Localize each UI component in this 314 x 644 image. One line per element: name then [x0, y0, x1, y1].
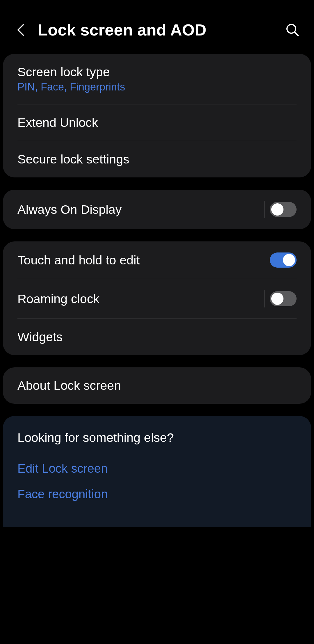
about-lock-screen-item[interactable]: About Lock screen — [3, 367, 311, 404]
secure-lock-settings-item[interactable]: Secure lock settings — [3, 141, 311, 177]
widgets-title: Widgets — [17, 330, 63, 344]
roaming-clock-item[interactable]: Roaming clock — [3, 279, 311, 319]
looking-for-title: Looking for something else? — [17, 430, 297, 445]
lock-screen-options-section: Touch and hold to edit Roaming clock Wid… — [3, 241, 311, 355]
extend-unlock-title: Extend Unlock — [17, 115, 98, 130]
about-lock-screen-title: About Lock screen — [17, 378, 121, 393]
screen-lock-type-subtitle: PIN, Face, Fingerprints — [17, 81, 125, 93]
page-title: Lock screen and AOD — [38, 20, 274, 39]
always-on-display-title: Always On Display — [17, 202, 122, 217]
face-recognition-link[interactable]: Face recognition — [17, 487, 297, 501]
extend-unlock-item[interactable]: Extend Unlock — [3, 104, 311, 141]
screen-lock-type-title: Screen lock type — [17, 65, 125, 79]
toggle-divider — [264, 201, 265, 218]
back-icon[interactable] — [15, 24, 26, 36]
about-section: About Lock screen — [3, 367, 311, 404]
toggle-divider — [264, 290, 265, 307]
touch-and-hold-toggle[interactable] — [270, 252, 297, 268]
secure-lock-settings-title: Secure lock settings — [17, 152, 129, 166]
edit-lock-screen-link[interactable]: Edit Lock screen — [17, 462, 297, 476]
touch-and-hold-title: Touch and hold to edit — [17, 253, 140, 267]
aod-section: Always On Display — [3, 190, 311, 229]
page-header: Lock screen and AOD — [0, 0, 314, 54]
looking-for-section: Looking for something else? Edit Lock sc… — [3, 416, 311, 527]
search-icon[interactable] — [286, 23, 299, 37]
security-settings-section: Screen lock type PIN, Face, Fingerprints… — [3, 54, 311, 177]
widgets-item[interactable]: Widgets — [3, 319, 311, 355]
always-on-display-item[interactable]: Always On Display — [3, 190, 311, 229]
roaming-clock-title: Roaming clock — [17, 292, 99, 306]
roaming-clock-toggle[interactable] — [270, 291, 297, 306]
touch-and-hold-item[interactable]: Touch and hold to edit — [3, 241, 311, 279]
always-on-display-toggle[interactable] — [270, 202, 297, 217]
screen-lock-type-item[interactable]: Screen lock type PIN, Face, Fingerprints — [3, 54, 311, 104]
svg-point-0 — [287, 24, 296, 33]
